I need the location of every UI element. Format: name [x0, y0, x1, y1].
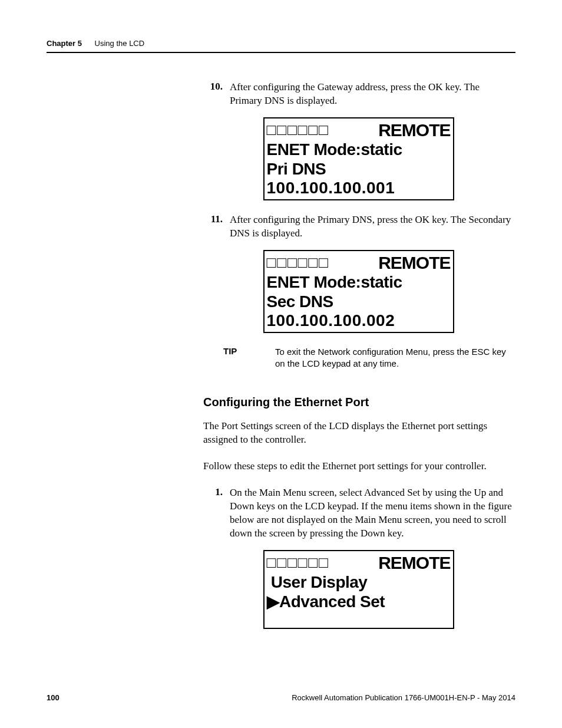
lcd-pri-dns-value: 100.100.100.001: [267, 179, 395, 197]
lcd-mode-remote: REMOTE: [378, 553, 450, 574]
page-header: Chapter 5 Using the LCD: [47, 38, 515, 53]
step-text: On the Main Menu screen, select Advanced…: [230, 486, 513, 541]
page-number: 100: [47, 693, 59, 702]
step-text: After configuring the Primary DNS, press…: [230, 213, 513, 241]
lcd-sec-dns-label: Sec DNS: [267, 292, 333, 311]
lcd-enet-mode: ENET Mode:static: [267, 273, 402, 292]
main-content: 10. After configuring the Gateway addres…: [203, 81, 514, 642]
tip-label: TIP: [223, 346, 275, 370]
step-10: 10. After configuring the Gateway addres…: [203, 81, 514, 108]
lcd-enet-mode: ENET Mode:static: [267, 140, 402, 159]
lcd-sec-dns-value: 100.100.100.002: [267, 311, 395, 330]
paragraph: The Port Settings screen of the LCD disp…: [203, 420, 514, 447]
lcd-menu-advanced-set: ▶Advanced Set: [267, 592, 385, 611]
step-1: 1. On the Main Menu screen, select Advan…: [203, 486, 514, 541]
lcd-screen-pri-dns: □□□□□□ REMOTE ENET Mode:static Pri DNS 1…: [263, 117, 454, 200]
chapter-title: Using the LCD: [95, 39, 145, 48]
section-heading: Configuring the Ethernet Port: [203, 396, 514, 409]
paragraph: Follow these steps to edit the Ethernet …: [203, 460, 514, 473]
lcd-status-boxes: □□□□□□: [267, 254, 329, 272]
step-number: 10.: [203, 81, 223, 93]
publication-info: Rockwell Automation Publication 1766-UM0…: [292, 693, 515, 702]
step-number: 11.: [203, 213, 223, 225]
step-text: After configuring the Gateway address, p…: [230, 81, 513, 108]
lcd-menu-user-display: User Display: [267, 573, 368, 592]
chapter-label: Chapter 5: [47, 39, 82, 48]
lcd-pri-dns-label: Pri DNS: [267, 160, 326, 179]
step-number: 1.: [203, 486, 223, 498]
lcd-mode-remote: REMOTE: [378, 120, 450, 141]
tip-text: To exit the Network configuration Menu, …: [275, 346, 514, 370]
lcd-screen-main-menu: □□□□□□ REMOTE User Display ▶Advanced Set: [263, 550, 454, 629]
tip-block: TIP To exit the Network configuration Me…: [223, 346, 514, 370]
lcd-status-boxes: □□□□□□: [267, 121, 329, 139]
lcd-mode-remote: REMOTE: [378, 253, 450, 274]
step-11: 11. After configuring the Primary DNS, p…: [203, 213, 514, 241]
lcd-status-boxes: □□□□□□: [267, 554, 329, 572]
page-footer: 100 Rockwell Automation Publication 1766…: [47, 693, 515, 702]
lcd-screen-sec-dns: □□□□□□ REMOTE ENET Mode:static Sec DNS 1…: [263, 250, 454, 333]
